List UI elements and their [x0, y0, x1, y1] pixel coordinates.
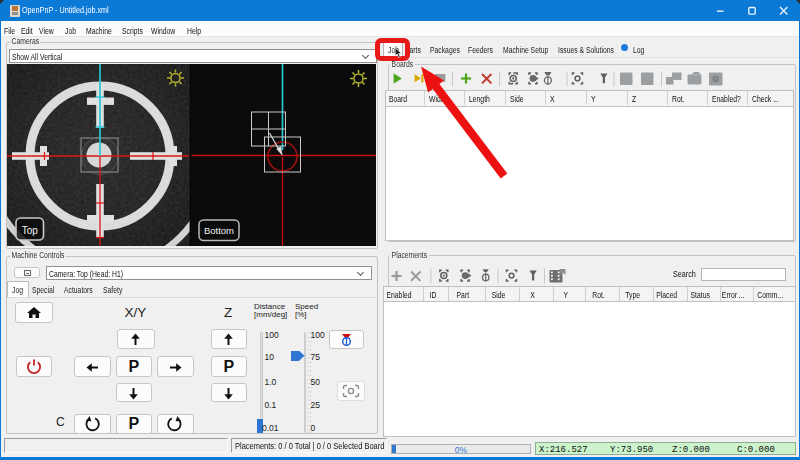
svg-text:Bottom: Bottom	[204, 225, 234, 236]
svg-text:Top: Top	[22, 225, 39, 236]
